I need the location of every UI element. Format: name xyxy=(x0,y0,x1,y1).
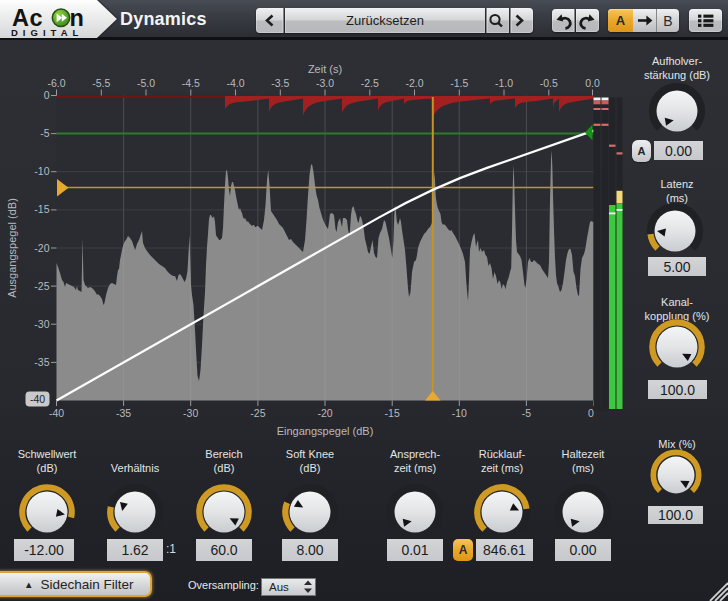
svg-text:-30: -30 xyxy=(183,407,198,419)
svg-text:-5.5: -5.5 xyxy=(92,77,110,89)
svg-text:-1.0: -1.0 xyxy=(495,77,513,89)
svg-text:0: 0 xyxy=(588,407,594,419)
svg-text:Ausgangspegel (dB): Ausgangspegel (dB) xyxy=(6,198,18,298)
svg-text:-15: -15 xyxy=(34,203,49,215)
svg-text:-25: -25 xyxy=(34,280,49,292)
svg-text:DIGITAL: DIGITAL xyxy=(11,27,83,38)
svg-text:-6.0: -6.0 xyxy=(47,77,65,89)
svg-text:-10: -10 xyxy=(34,165,49,177)
svg-text:-25: -25 xyxy=(250,407,265,419)
svg-text:-30: -30 xyxy=(34,318,49,330)
svg-text:-2.0: -2.0 xyxy=(405,77,423,89)
svg-text:Eingangspegel (dB): Eingangspegel (dB) xyxy=(277,425,374,437)
svg-text:-40: -40 xyxy=(49,407,64,419)
svg-text:-5.0: -5.0 xyxy=(137,77,155,89)
svg-text:-15: -15 xyxy=(385,407,400,419)
svg-text:-4.5: -4.5 xyxy=(182,77,200,89)
svg-text:-20: -20 xyxy=(34,242,49,254)
svg-text:0: 0 xyxy=(44,89,50,101)
svg-text:-1.5: -1.5 xyxy=(450,77,468,89)
svg-text:-3.5: -3.5 xyxy=(271,77,289,89)
svg-text:Zeit (s): Zeit (s) xyxy=(308,63,342,75)
svg-text:-3.0: -3.0 xyxy=(316,77,334,89)
svg-text:-5: -5 xyxy=(522,407,531,419)
svg-text:-10: -10 xyxy=(452,407,467,419)
svg-text:-2.5: -2.5 xyxy=(361,77,379,89)
svg-text:-40: -40 xyxy=(30,393,45,405)
svg-text:-35: -35 xyxy=(116,407,131,419)
svg-text:-35: -35 xyxy=(34,356,49,368)
svg-text:-5: -5 xyxy=(40,127,49,139)
svg-text:-0.5: -0.5 xyxy=(540,77,558,89)
svg-text:0.0: 0.0 xyxy=(585,77,600,89)
svg-text:-20: -20 xyxy=(317,407,332,419)
svg-text:-4.0: -4.0 xyxy=(226,77,244,89)
